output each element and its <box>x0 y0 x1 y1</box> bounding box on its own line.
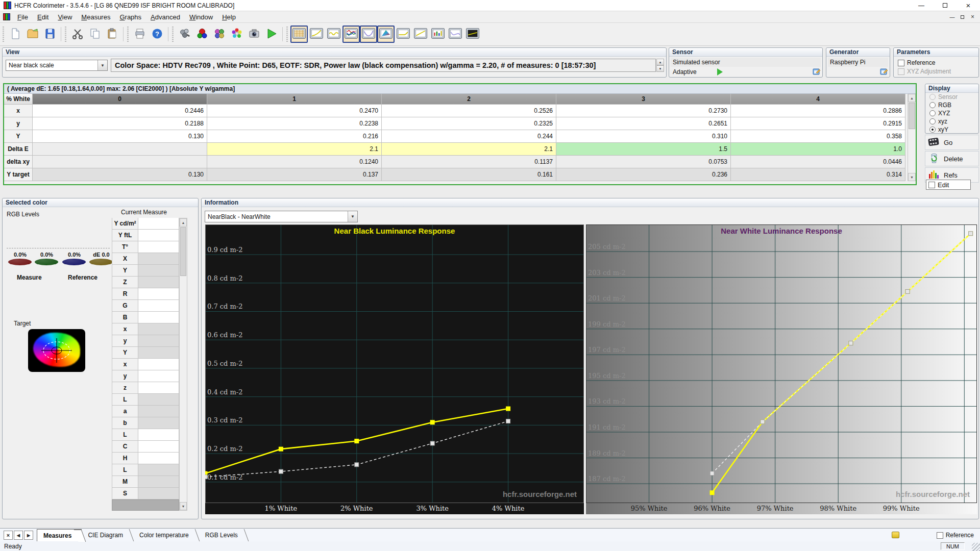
generator-config-icon[interactable] <box>880 67 888 77</box>
close-button[interactable]: × <box>957 0 980 11</box>
restore-button[interactable] <box>933 0 957 11</box>
table-cell[interactable]: 0.2651 <box>556 117 731 130</box>
info-spinner[interactable]: ▲ ▼ <box>656 59 664 72</box>
table-cell[interactable]: 0.310 <box>556 130 731 143</box>
print-button[interactable] <box>131 26 149 43</box>
reference-marker[interactable] <box>905 289 910 293</box>
table-cell[interactable]: 1.5 <box>556 143 731 156</box>
table-cell[interactable]: 0.137 <box>207 168 382 181</box>
chevron-down-icon[interactable]: ▼ <box>348 211 357 222</box>
resize-grip[interactable] <box>972 543 980 551</box>
reference-marker[interactable] <box>430 441 434 445</box>
tab-cie-diagram[interactable]: CIE Diagram <box>82 529 133 541</box>
cm-row-value[interactable] <box>138 218 179 230</box>
table-vertical-scrollbar[interactable]: ▲ ▼ <box>908 94 916 181</box>
mdi-restore-button[interactable] <box>958 13 967 21</box>
copy-button[interactable] <box>86 26 104 43</box>
cm-row-value[interactable] <box>138 347 179 359</box>
cm-row-value[interactable] <box>138 441 179 453</box>
view-rgb-levels-button[interactable] <box>342 26 360 43</box>
statusbar-reference-checkbox[interactable] <box>937 532 943 539</box>
radio-icon[interactable] <box>929 102 936 108</box>
radio-icon[interactable] <box>929 127 936 133</box>
reference-marker[interactable] <box>710 471 714 475</box>
measure-marker[interactable] <box>279 447 283 452</box>
cm-row-value[interactable] <box>138 382 179 394</box>
open-file-button[interactable] <box>24 26 41 43</box>
table-cell[interactable]: 0.130 <box>33 130 207 143</box>
table-cell[interactable]: 0.2446 <box>33 105 207 117</box>
measure-marker[interactable] <box>354 439 359 443</box>
view-contrast-button[interactable] <box>412 26 429 43</box>
mdi-minimize-button[interactable]: — <box>948 13 957 21</box>
tab-prev-button[interactable]: ◀ <box>14 531 23 540</box>
cm-row-value[interactable] <box>138 453 179 464</box>
chevron-down-icon[interactable]: ▼ <box>97 60 107 70</box>
table-cell[interactable]: 0.2730 <box>556 105 731 117</box>
menu-graphs[interactable]: Graphs <box>115 11 146 22</box>
view-measures-grid-button[interactable] <box>290 26 308 43</box>
scale-select[interactable]: Near black scale ▼ <box>6 60 108 71</box>
menu-measures[interactable]: Measures <box>77 11 115 22</box>
measure-marker[interactable] <box>430 420 435 424</box>
cm-row-value[interactable] <box>138 464 179 476</box>
menu-help[interactable]: Help <box>217 11 240 22</box>
table-cell[interactable]: 2.1 <box>382 143 556 156</box>
spinner-down-icon[interactable]: ▼ <box>656 65 664 72</box>
table-cell[interactable]: 0.2470 <box>207 105 382 117</box>
reference-marker[interactable] <box>355 463 359 467</box>
display-option-xyz[interactable]: xyz <box>925 117 978 126</box>
table-cell[interactable]: 0.0753 <box>556 156 731 168</box>
view-luminance-button[interactable] <box>325 26 342 43</box>
information-select[interactable]: NearBlack - NearWhite ▼ <box>205 211 358 222</box>
cm-row-value[interactable] <box>138 288 179 300</box>
display-option-rgb[interactable]: RGB <box>925 101 978 109</box>
menu-view[interactable]: View <box>53 11 77 22</box>
view-histogram-button[interactable] <box>429 26 447 43</box>
column-header-2[interactable]: 2 <box>382 94 556 105</box>
cm-row-value[interactable] <box>138 241 179 253</box>
table-cell[interactable]: 0.1240 <box>207 156 382 168</box>
table-cell[interactable]: 0.161 <box>382 168 556 181</box>
cm-row-value[interactable] <box>138 230 179 241</box>
view-gamma-curve-button[interactable] <box>308 26 325 43</box>
sensor-run-icon[interactable] <box>717 68 723 76</box>
snapshot-button[interactable] <box>246 26 263 43</box>
view-saturation-button[interactable] <box>447 26 464 43</box>
save-button[interactable] <box>41 26 59 43</box>
column-header-3[interactable]: 3 <box>556 94 731 105</box>
table-cell[interactable]: 0.244 <box>382 130 556 143</box>
table-cell[interactable]: 0.216 <box>207 130 382 143</box>
run-measures-button[interactable] <box>263 26 280 43</box>
go-button[interactable]: Go <box>925 135 979 150</box>
cm-row-value[interactable] <box>138 300 179 312</box>
tab-measures[interactable]: Measures <box>37 529 82 541</box>
menu-file[interactable]: File <box>13 11 33 22</box>
measure-primaries-button[interactable] <box>193 26 211 43</box>
table-cell[interactable]: 2.1 <box>207 143 382 156</box>
table-cell[interactable]: 0.2325 <box>382 117 556 130</box>
cm-row-value[interactable] <box>138 335 179 347</box>
cm-row-value[interactable] <box>138 429 179 441</box>
table-cell[interactable]: 1.0 <box>731 143 905 156</box>
cm-scroll-down-icon[interactable]: ▼ <box>180 502 187 510</box>
tab-color-temperature[interactable]: Color temperature <box>133 529 199 541</box>
radio-icon[interactable] <box>929 118 936 124</box>
table-cell[interactable]: 0.358 <box>731 130 905 143</box>
radio-icon[interactable] <box>929 110 936 116</box>
cm-scroll-thumb[interactable] <box>180 227 186 276</box>
column-header-4[interactable]: 4 <box>731 94 905 105</box>
delete-button[interactable]: Delete <box>925 151 979 166</box>
new-document-button[interactable] <box>7 26 24 43</box>
cm-row-value[interactable] <box>138 476 179 488</box>
table-cell[interactable]: 0.130 <box>33 168 207 181</box>
reference-marker[interactable] <box>279 469 283 473</box>
cm-row-value[interactable] <box>138 323 179 335</box>
display-option-xyz[interactable]: XYZ <box>925 109 978 117</box>
cm-row-value[interactable] <box>138 370 179 382</box>
menu-edit[interactable]: Edit <box>33 11 53 22</box>
table-cell[interactable]: 0.2188 <box>33 117 207 130</box>
cm-row-value[interactable] <box>138 253 179 265</box>
spinner-up-icon[interactable]: ▲ <box>656 59 664 65</box>
sensor-config-icon[interactable] <box>813 67 821 77</box>
